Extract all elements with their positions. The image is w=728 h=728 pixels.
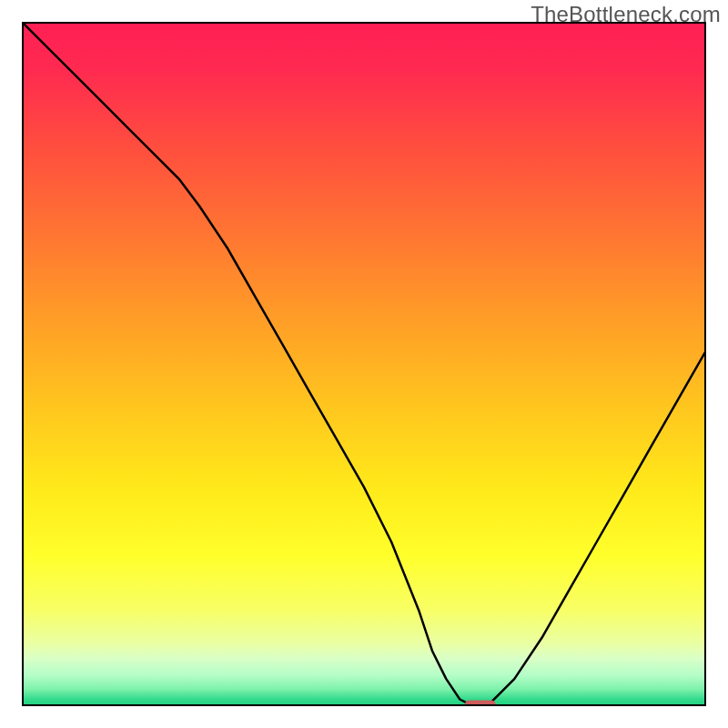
- plot-svg: [22, 22, 706, 706]
- chart-container: TheBottleneck.com: [0, 0, 728, 728]
- watermark-text: TheBottleneck.com: [531, 2, 721, 27]
- plot-area: [22, 22, 706, 706]
